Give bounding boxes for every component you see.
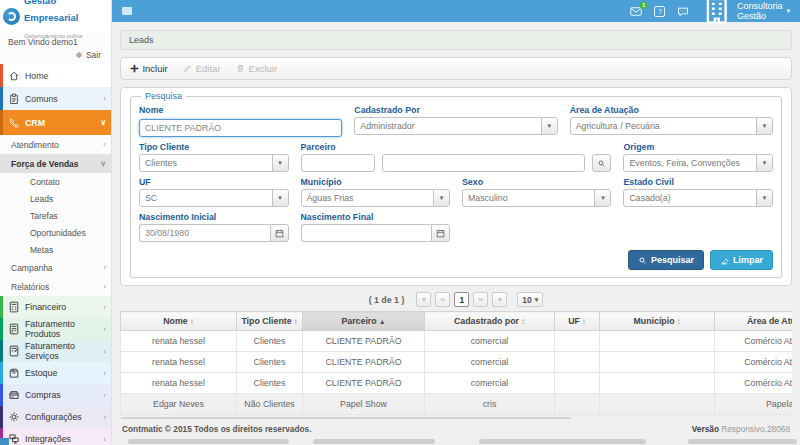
tipo-cliente-select[interactable]: Clientes ▾ [139,154,289,172]
table-row[interactable]: renata hesselClientesCLIENTE PADRÃOcomer… [121,352,793,373]
first-page-button[interactable]: « [416,292,431,307]
caret-down-icon: ▾ [756,155,772,171]
prev-page-button[interactable]: ‹‹ [435,292,450,307]
sidebar-item-metas[interactable]: Metas [0,241,111,258]
sidebar-item-label: Contato [30,177,60,187]
area-atuacao-select[interactable]: Agricultura / Pecuária ▾ [570,117,773,135]
estado-civil-label: Estado Civil [623,177,773,187]
sidebar-item-contato[interactable]: Contato [0,173,111,190]
nascimento-final-input[interactable] [301,224,432,242]
sidebar-item-comuns[interactable]: Comuns ‹ [0,87,111,110]
sidebar-item-label: Configurações [25,412,82,422]
sidebar-item-home[interactable]: Home [0,64,111,87]
parceiro-code-input[interactable] [301,154,375,172]
table-header-row: Nome↕ Tipo Cliente↕ Parceiro▲ Cadastrado… [121,312,793,331]
content: Leads ✛ Incluir Editar Excluir Pesquisa [112,22,800,445]
col-header-cadastrado-por[interactable]: Cadastrado por↕ [425,312,555,331]
sidebar-item-label: CRM [25,118,45,128]
nascimento-inicial-input[interactable] [139,224,270,242]
chevron-left-icon: ‹ [103,303,106,312]
chevron-left-icon: ‹ [103,325,106,334]
sexo-value: Masculino [463,193,594,203]
col-header-parceiro[interactable]: Parceiro▲ [303,312,425,331]
parceiro-search-button[interactable] [592,154,611,172]
sidebar-item-label: Força de Vendas [11,159,79,169]
sidebar-item-compras[interactable]: Compras ‹ [0,384,111,406]
version-label: Versão [692,424,719,434]
sidebar-item-financeiro[interactable]: Financeiro ‹ [0,296,111,318]
help-button[interactable]: ? [654,6,665,17]
copyright-text: Contmatic © 2015 Todos os direitos reser… [122,424,311,434]
field-tipo-cliente: Tipo Cliente Clientes ▾ [139,142,289,172]
origem-select[interactable]: Eventos, Feira, Convenções ▾ [623,154,773,172]
tipo-cliente-value: Clientes [140,158,272,168]
sort-icon: ↕ [677,317,681,326]
nascimento-inicial-calendar-button[interactable] [270,224,289,242]
sidebar-item-faturamento-produtos[interactable]: Faturamento Produtos ‹ [0,318,111,340]
col-header-tipo-cliente[interactable]: Tipo Cliente↕ [237,312,303,331]
field-municipio: Município Águas Frias ▾ [301,177,451,207]
sidebar-item-label: Compras [25,390,61,400]
mail-button[interactable]: 1 [630,6,642,17]
table-row[interactable]: renata hesselClientesCLIENTE PADRÃOcomer… [121,373,793,394]
parceiro-name-input[interactable] [382,154,586,172]
logout-label: Sair [86,50,101,60]
sidebar-item-atendimento[interactable]: Atendimento ‹ [0,135,111,154]
col-header-uf[interactable]: UF↕ [555,312,600,331]
nascimento-final-calendar-button[interactable] [431,224,450,242]
sidebar-item-crm[interactable]: CRM ∨ [0,110,111,135]
logout-button[interactable]: Sair [0,48,111,64]
sidebar-item-oportunidades[interactable]: Oportunidades [0,224,111,241]
paginator: ( 1 de 1 ) « ‹‹ 1 ›› » 10 ▾ [120,286,792,311]
incluir-button[interactable]: ✛ Incluir [130,63,168,74]
topbar: 1 ? Consultoria Gestão ▾ [112,0,800,22]
menu-toggle-icon[interactable] [122,7,132,15]
sidebar-item-configuracoes[interactable]: Configurações ‹ [0,406,111,428]
next-page-button[interactable]: ›› [473,292,488,307]
estado-civil-select[interactable]: Casado(a) ▾ [623,189,773,207]
spacer [462,212,611,242]
search-icon [638,256,647,265]
taskbar-item [479,439,646,444]
limpar-button[interactable]: Limpar [710,250,773,270]
excluir-button[interactable]: Excluir [236,63,278,74]
sidebar-item-estoque[interactable]: Estoque ‹ [0,362,111,384]
col-header-nome[interactable]: Nome↕ [121,312,237,331]
area-atuacao-label: Área de Atuação [570,105,773,115]
nome-input[interactable] [139,119,342,137]
col-header-area-atuacao[interactable]: Área de Atuação↕ [715,312,793,331]
sidebar-item-tarefas[interactable]: Tarefas [0,207,111,224]
chevron-left-icon: ‹ [103,413,106,422]
pencil-icon [183,64,192,73]
sidebar-item-faturamento-servicos[interactable]: Faturamento Serviços ‹ [0,340,111,362]
sidebar-item-relatorios[interactable]: Relatórios ‹ [0,277,111,296]
sidebar-item-forca-de-vendas[interactable]: Força de Vendas ∨ [0,154,111,173]
gear-icon [8,411,20,423]
mail-badge: 1 [640,2,647,9]
calendar-icon [436,229,445,238]
caret-down-icon: ▾ [594,190,610,206]
sexo-select[interactable]: Masculino ▾ [462,189,611,207]
col-header-municipio[interactable]: Município↕ [600,312,715,331]
editar-button[interactable]: Editar [183,63,221,74]
brand-logo: Gestão Empresarial Gerenciamento online [0,0,111,33]
pesquisar-button[interactable]: Pesquisar [628,250,704,270]
caret-down-icon: ▾ [272,155,288,171]
sidebar-item-campanha[interactable]: Campanha ‹ [0,258,111,277]
chat-button[interactable] [677,6,689,17]
sort-icon: ↕ [521,317,525,326]
table-row[interactable]: Edgar NevesNão ClientesPapel ShowcrisPap… [121,394,793,415]
last-page-button[interactable]: » [492,292,507,307]
current-page-button[interactable]: 1 [454,292,469,307]
sort-icon: ↕ [190,317,194,326]
table-row[interactable]: renata hesselClientesCLIENTE PADRÃOcomer… [121,331,793,352]
sidebar-item-label: Relatórios [11,282,49,292]
cadastrado-por-value: Administrador [355,121,540,131]
page-title: Leads [120,30,792,50]
sidebar-item-label: Atendimento [11,140,59,150]
uf-select[interactable]: SC ▾ [139,189,289,207]
page-size-select[interactable]: 10 ▾ [517,292,543,307]
sidebar-item-leads[interactable]: Leads [0,190,111,207]
municipio-select[interactable]: Águas Frias ▾ [301,189,451,207]
cadastrado-por-select[interactable]: Administrador ▾ [354,117,557,135]
